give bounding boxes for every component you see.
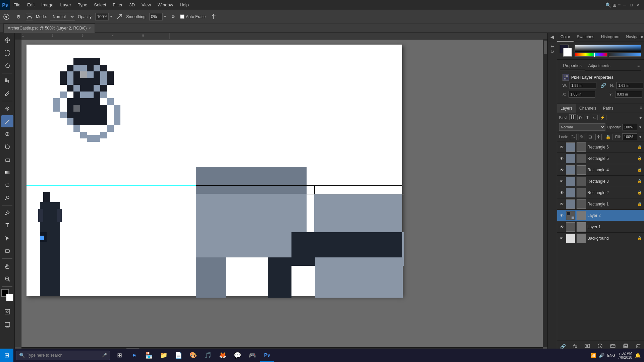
layers-panel-menu[interactable]: ≡ [638,104,644,113]
layer-item-rectangle5[interactable]: 👁 Rectangle 5 🔒 [557,153,644,164]
taskbar-game-icon[interactable]: 🎮 [246,349,259,362]
taskbar-firefox-icon[interactable]: 🦊 [216,349,229,362]
lock-position-icon[interactable]: ✛ [595,134,602,140]
select-tool[interactable] [1,47,13,59]
taskbar-clock[interactable]: 7:02 PM 7/8/2018 [618,351,632,359]
layer-item-background[interactable]: 👁 Background 🔒 [557,233,644,244]
opacity-input[interactable] [95,13,109,20]
layer-item-layer1[interactable]: 👁 Layer 1 [557,221,644,233]
opacity-dropdown-icon[interactable]: ▼ [109,15,113,18]
background-color[interactable] [6,294,13,301]
smoothing-settings-icon[interactable]: ⚙ [169,13,177,21]
properties-tab[interactable]: Properties [560,62,585,70]
zoom-tool[interactable] [1,273,13,285]
layer-item-rectangle3[interactable]: 👁 Rectangle 3 🔒 [557,176,644,187]
auto-erase-checkbox[interactable]: Auto Erase [180,14,206,19]
smoothing-input[interactable] [149,13,163,20]
visibility-rectangle4[interactable]: 👁 [559,167,565,173]
h-input[interactable] [616,82,643,89]
minimize-button[interactable]: ─ [622,3,628,7]
visibility-rectangle5[interactable]: 👁 [559,156,565,161]
paths-tab[interactable]: Paths [600,104,617,113]
brush-tool[interactable] [1,115,13,127]
navigator-tab[interactable]: Navigator [623,33,644,42]
menu-window[interactable]: Window [154,0,176,10]
visibility-rectangle2[interactable]: 👁 [559,190,565,195]
color-swatches[interactable] [1,289,13,301]
color-swatch-preview[interactable] [560,45,572,57]
background-swatch[interactable] [563,48,572,57]
dodge-tool[interactable] [1,192,13,204]
lock-image-icon[interactable]: ✎ [579,134,585,140]
start-button[interactable]: ⊞ [0,349,13,362]
taskbar-apps-icon[interactable]: ⊞ [113,349,126,362]
search-icon[interactable]: 🔍 [605,2,611,8]
menu-view[interactable]: View [138,0,154,10]
layer-item-rectangle4[interactable]: 👁 Rectangle 4 🔒 [557,164,644,176]
lock-artboard-icon[interactable]: ⊞ [587,134,593,140]
menu-type[interactable]: Type [74,0,91,10]
taskbar-media-icon[interactable]: 🎵 [201,349,215,362]
brush-toggle-icon[interactable] [26,13,33,20]
pen-tool[interactable] [1,207,13,219]
clone-stamp-tool[interactable] [1,128,13,140]
visibility-background[interactable]: 👁 [559,236,565,241]
taskbar-network-icon[interactable]: 📶 [590,353,596,358]
visibility-rectangle6[interactable]: 👁 [559,144,565,150]
opacity-control[interactable]: ▼ [95,13,113,20]
brush-preset-icon[interactable] [2,12,11,21]
menu-edit[interactable]: Edit [24,0,38,10]
link-icon[interactable]: 🔗 [599,83,607,88]
menu-layer[interactable]: Layer [57,0,75,10]
taskbar-lang[interactable]: ENG [607,353,615,357]
eyedropper-tool[interactable] [1,87,13,100]
layers-fill-input[interactable] [622,133,637,140]
hand-tool[interactable] [1,260,13,272]
hue-bar[interactable] [575,53,607,57]
visibility-rectangle3[interactable]: 👁 [559,179,565,184]
channels-tab[interactable]: Channels [576,104,600,113]
brush-angle-icon[interactable] [115,13,123,21]
adjustments-tab[interactable]: Adjustments [585,62,614,70]
filter-text-icon[interactable]: T [585,115,590,120]
canvas-viewport[interactable] [21,40,547,347]
smoothing-dropdown-icon[interactable]: ▼ [163,15,167,18]
healing-brush-tool[interactable] [1,103,13,115]
taskbar-discord-icon[interactable]: 💬 [231,349,244,362]
move-tool[interactable] [1,34,13,46]
lock-transparent-icon[interactable] [570,134,577,140]
taskbar-explorer-icon[interactable]: 📁 [157,349,170,362]
fill-dropdown[interactable]: ▼ [639,135,642,139]
lasso-tool[interactable] [1,60,13,72]
text-tool[interactable]: T [1,220,13,232]
menu-3d[interactable]: 3D [126,0,138,10]
layer-item-rectangle2[interactable]: 👁 Rectangle 2 🔒 [557,187,644,198]
filter-pixel-icon[interactable] [569,114,576,120]
screen-mode-toggle[interactable] [1,318,13,330]
filter-toggle[interactable]: ● [639,115,642,120]
taskbar-volume-icon[interactable]: 🔊 [599,353,604,358]
visibility-layer1[interactable]: 👁 [559,224,565,230]
w-input[interactable] [570,82,596,89]
x-input[interactable] [569,91,595,98]
taskbar-pdf-icon[interactable]: 📄 [172,349,185,362]
smoothing-control[interactable]: ▼ [149,13,167,20]
menu-image[interactable]: Image [38,0,57,10]
menu-select[interactable]: Select [91,0,109,10]
layers-opacity-input[interactable] [622,124,637,130]
v-scroll-thumb[interactable] [544,41,547,54]
swatches-tab[interactable]: Swatches [574,33,598,42]
document-tab-close[interactable]: × [89,26,91,30]
filter-shape-icon[interactable]: ▭ [592,115,598,120]
color-gradient-picker[interactable] [575,45,641,52]
menu-file[interactable]: File [10,0,24,10]
mode-select[interactable]: Normal Dissolve Multiply Screen [50,13,75,21]
filter-smart-icon[interactable]: ⚡ [599,115,606,120]
menu-help[interactable]: Help [176,0,192,10]
filter-adj-icon[interactable]: ◐ [577,115,583,120]
maximize-button[interactable]: □ [629,3,634,7]
collapse-right-icon[interactable]: ◀ [550,34,554,40]
visibility-layer2[interactable]: 👁 [559,213,565,218]
alpha-bar[interactable] [609,53,642,57]
y-input[interactable] [615,91,642,98]
